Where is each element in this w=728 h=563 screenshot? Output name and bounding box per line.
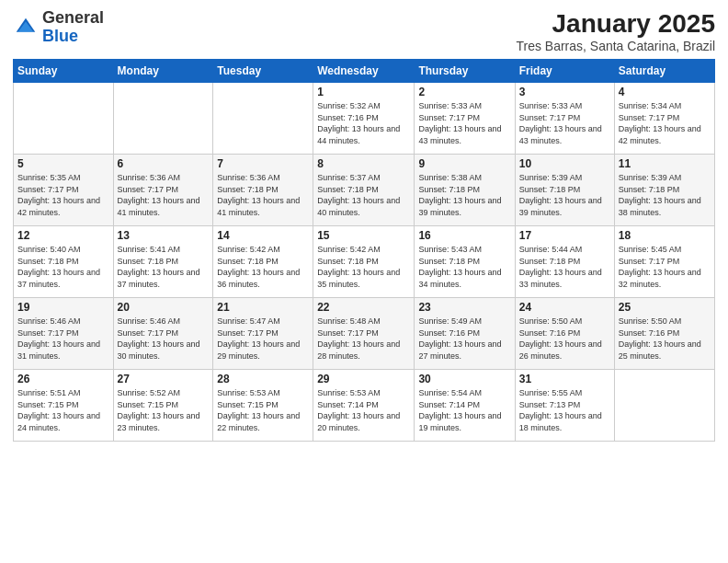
cell-info: Sunrise: 5:50 AM Sunset: 7:16 PM Dayligh… [519, 316, 610, 362]
calendar-cell: 10Sunrise: 5:39 AM Sunset: 7:18 PM Dayli… [515, 155, 614, 226]
cell-info: Sunrise: 5:50 AM Sunset: 7:16 PM Dayligh… [619, 316, 711, 362]
cell-info: Sunrise: 5:41 AM Sunset: 7:18 PM Dayligh… [118, 244, 210, 290]
week-row-3: 12Sunrise: 5:40 AM Sunset: 7:18 PM Dayli… [14, 226, 715, 298]
day-number: 24 [519, 301, 610, 314]
calendar-cell: 7Sunrise: 5:36 AM Sunset: 7:18 PM Daylig… [213, 155, 313, 226]
subtitle: Tres Barras, Santa Catarina, Brazil [516, 39, 715, 53]
calendar-cell: 19Sunrise: 5:46 AM Sunset: 7:17 PM Dayli… [14, 298, 114, 370]
cell-info: Sunrise: 5:47 AM Sunset: 7:17 PM Dayligh… [217, 316, 309, 362]
weekday-header-saturday: Saturday [614, 60, 714, 83]
page: General Blue January 2025 Tres Barras, S… [0, 0, 728, 563]
calendar-cell: 30Sunrise: 5:54 AM Sunset: 7:14 PM Dayli… [415, 370, 515, 442]
day-number: 21 [217, 301, 309, 314]
calendar-cell: 4Sunrise: 5:34 AM Sunset: 7:17 PM Daylig… [614, 83, 714, 155]
calendar-cell: 21Sunrise: 5:47 AM Sunset: 7:17 PM Dayli… [213, 298, 313, 370]
calendar-cell: 31Sunrise: 5:55 AM Sunset: 7:13 PM Dayli… [515, 370, 614, 442]
day-number: 19 [17, 301, 109, 314]
cell-info: Sunrise: 5:44 AM Sunset: 7:18 PM Dayligh… [519, 244, 610, 290]
day-number: 18 [619, 229, 711, 242]
day-number: 27 [118, 373, 210, 385]
calendar-cell: 1Sunrise: 5:32 AM Sunset: 7:16 PM Daylig… [313, 83, 415, 155]
day-number: 15 [317, 229, 410, 242]
day-number: 9 [418, 157, 510, 170]
cell-info: Sunrise: 5:39 AM Sunset: 7:18 PM Dayligh… [519, 172, 610, 218]
weekday-header-thursday: Thursday [415, 60, 515, 83]
cell-info: Sunrise: 5:43 AM Sunset: 7:18 PM Dayligh… [418, 244, 510, 290]
week-row-5: 26Sunrise: 5:51 AM Sunset: 7:15 PM Dayli… [14, 370, 715, 442]
weekday-header-wednesday: Wednesday [313, 60, 415, 83]
cell-info: Sunrise: 5:36 AM Sunset: 7:17 PM Dayligh… [118, 172, 210, 218]
weekday-header-friday: Friday [515, 60, 614, 83]
week-row-1: 1Sunrise: 5:32 AM Sunset: 7:16 PM Daylig… [14, 83, 715, 155]
cell-info: Sunrise: 5:33 AM Sunset: 7:17 PM Dayligh… [519, 100, 610, 146]
calendar-cell [213, 83, 313, 155]
weekday-header-monday: Monday [113, 60, 213, 83]
cell-info: Sunrise: 5:51 AM Sunset: 7:15 PM Dayligh… [17, 387, 109, 433]
calendar-cell: 6Sunrise: 5:36 AM Sunset: 7:17 PM Daylig… [113, 155, 213, 226]
day-number: 22 [317, 301, 410, 314]
cell-info: Sunrise: 5:55 AM Sunset: 7:13 PM Dayligh… [519, 387, 610, 433]
day-number: 20 [118, 301, 210, 314]
cell-info: Sunrise: 5:39 AM Sunset: 7:18 PM Dayligh… [619, 172, 711, 218]
day-number: 29 [317, 373, 410, 385]
cell-info: Sunrise: 5:40 AM Sunset: 7:18 PM Dayligh… [17, 244, 109, 290]
day-number: 3 [519, 86, 610, 98]
calendar-cell: 17Sunrise: 5:44 AM Sunset: 7:18 PM Dayli… [515, 226, 614, 298]
calendar-cell [614, 370, 714, 442]
logo-blue-text: Blue [42, 27, 78, 45]
calendar-cell: 12Sunrise: 5:40 AM Sunset: 7:18 PM Dayli… [14, 226, 114, 298]
cell-info: Sunrise: 5:32 AM Sunset: 7:16 PM Dayligh… [317, 100, 410, 146]
day-number: 28 [217, 373, 309, 385]
calendar-cell: 22Sunrise: 5:48 AM Sunset: 7:17 PM Dayli… [313, 298, 415, 370]
cell-info: Sunrise: 5:48 AM Sunset: 7:17 PM Dayligh… [317, 316, 410, 362]
day-number: 6 [118, 157, 210, 170]
day-number: 11 [619, 157, 711, 170]
weekday-header-sunday: Sunday [14, 60, 114, 83]
weekday-header-row: SundayMondayTuesdayWednesdayThursdayFrid… [14, 60, 715, 83]
day-number: 13 [118, 229, 210, 242]
calendar-cell [113, 83, 213, 155]
calendar-cell: 24Sunrise: 5:50 AM Sunset: 7:16 PM Dayli… [515, 298, 614, 370]
calendar-cell [14, 83, 114, 155]
calendar-cell: 18Sunrise: 5:45 AM Sunset: 7:17 PM Dayli… [614, 226, 714, 298]
calendar-cell: 5Sunrise: 5:35 AM Sunset: 7:17 PM Daylig… [14, 155, 114, 226]
cell-info: Sunrise: 5:46 AM Sunset: 7:17 PM Dayligh… [118, 316, 210, 362]
calendar-cell: 8Sunrise: 5:37 AM Sunset: 7:18 PM Daylig… [313, 155, 415, 226]
logo-icon [13, 15, 39, 40]
calendar-cell: 13Sunrise: 5:41 AM Sunset: 7:18 PM Dayli… [113, 226, 213, 298]
cell-info: Sunrise: 5:52 AM Sunset: 7:15 PM Dayligh… [118, 387, 210, 433]
cell-info: Sunrise: 5:46 AM Sunset: 7:17 PM Dayligh… [17, 316, 109, 362]
calendar-cell: 28Sunrise: 5:53 AM Sunset: 7:15 PM Dayli… [213, 370, 313, 442]
cell-info: Sunrise: 5:33 AM Sunset: 7:17 PM Dayligh… [418, 100, 510, 146]
logo: General Blue [13, 9, 104, 46]
cell-info: Sunrise: 5:36 AM Sunset: 7:18 PM Dayligh… [217, 172, 309, 218]
cell-info: Sunrise: 5:54 AM Sunset: 7:14 PM Dayligh… [418, 387, 510, 433]
calendar-cell: 27Sunrise: 5:52 AM Sunset: 7:15 PM Dayli… [113, 370, 213, 442]
day-number: 4 [619, 86, 711, 98]
calendar-cell: 11Sunrise: 5:39 AM Sunset: 7:18 PM Dayli… [614, 155, 714, 226]
cell-info: Sunrise: 5:49 AM Sunset: 7:16 PM Dayligh… [418, 316, 510, 362]
day-number: 17 [519, 229, 610, 242]
calendar-cell: 14Sunrise: 5:42 AM Sunset: 7:18 PM Dayli… [213, 226, 313, 298]
day-number: 26 [17, 373, 109, 385]
calendar-cell: 15Sunrise: 5:42 AM Sunset: 7:18 PM Dayli… [313, 226, 415, 298]
day-number: 10 [519, 157, 610, 170]
calendar-table: SundayMondayTuesdayWednesdayThursdayFrid… [13, 59, 715, 442]
weekday-header-tuesday: Tuesday [213, 60, 313, 83]
day-number: 16 [418, 229, 510, 242]
cell-info: Sunrise: 5:42 AM Sunset: 7:18 PM Dayligh… [317, 244, 410, 290]
cell-info: Sunrise: 5:42 AM Sunset: 7:18 PM Dayligh… [217, 244, 309, 290]
calendar-cell: 3Sunrise: 5:33 AM Sunset: 7:17 PM Daylig… [515, 83, 614, 155]
cell-info: Sunrise: 5:53 AM Sunset: 7:15 PM Dayligh… [217, 387, 309, 433]
day-number: 30 [418, 373, 510, 385]
day-number: 2 [418, 86, 510, 98]
calendar-cell: 20Sunrise: 5:46 AM Sunset: 7:17 PM Dayli… [113, 298, 213, 370]
cell-info: Sunrise: 5:37 AM Sunset: 7:18 PM Dayligh… [317, 172, 410, 218]
cell-info: Sunrise: 5:45 AM Sunset: 7:17 PM Dayligh… [619, 244, 711, 290]
day-number: 7 [217, 157, 309, 170]
calendar-cell: 2Sunrise: 5:33 AM Sunset: 7:17 PM Daylig… [415, 83, 515, 155]
day-number: 25 [619, 301, 711, 314]
logo-general-text: General [42, 8, 104, 27]
day-number: 23 [418, 301, 510, 314]
calendar-cell: 9Sunrise: 5:38 AM Sunset: 7:18 PM Daylig… [415, 155, 515, 226]
